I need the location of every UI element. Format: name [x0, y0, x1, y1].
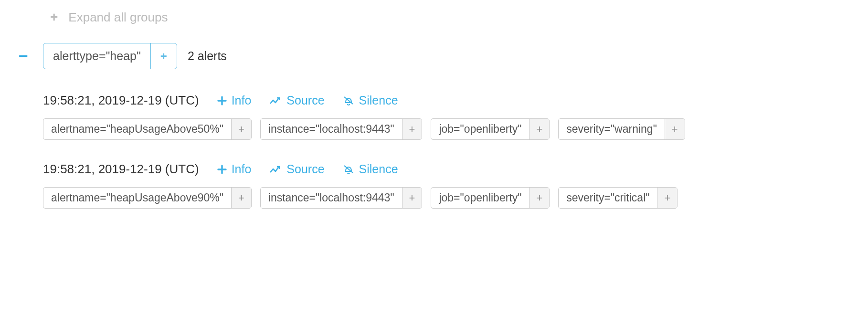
source-link[interactable]: Source: [269, 94, 324, 107]
label-text: job="openliberty": [431, 188, 529, 208]
label-text: instance="localhost:9443": [261, 188, 402, 208]
label-add-button[interactable]: +: [402, 119, 422, 139]
label-add-button[interactable]: +: [529, 119, 549, 139]
group-filter-chip: alerttype="heap" +: [43, 43, 177, 69]
labels-row: alertname="heapUsageAbove50%" + instance…: [43, 118, 854, 140]
alert-timestamp: 19:58:21, 2019-12-19 (UTC): [43, 93, 199, 108]
info-label: Info: [232, 162, 252, 176]
plus-icon: +: [50, 10, 58, 25]
group-header: − alerttype="heap" + 2 alerts: [14, 43, 854, 69]
bell-slash-icon: [343, 95, 354, 106]
silence-link[interactable]: Silence: [343, 94, 398, 107]
labels-row: alertname="heapUsageAbove90%" + instance…: [43, 187, 854, 209]
label-chip: severity="critical" +: [558, 187, 677, 209]
source-link[interactable]: Source: [269, 162, 324, 176]
group-filter-add-button[interactable]: +: [150, 43, 177, 69]
label-text: alertname="heapUsageAbove50%": [43, 119, 231, 139]
label-add-button[interactable]: +: [231, 119, 251, 139]
label-text: severity="critical": [559, 188, 657, 208]
source-label: Source: [286, 162, 324, 176]
label-chip: severity="warning" +: [558, 118, 685, 140]
alert-header: 19:58:21, 2019-12-19 (UTC) Info Source S…: [43, 93, 854, 108]
label-text: alertname="heapUsageAbove90%": [43, 188, 231, 208]
bell-slash-icon: [343, 164, 354, 175]
group-filter-text: alerttype="heap": [43, 43, 150, 69]
label-chip: alertname="heapUsageAbove50%" +: [43, 118, 252, 140]
label-add-button[interactable]: +: [657, 188, 677, 208]
alert-header: 19:58:21, 2019-12-19 (UTC) Info Source S…: [43, 162, 854, 177]
label-text: severity="warning": [559, 119, 665, 139]
minus-icon: −: [19, 47, 28, 65]
silence-label: Silence: [359, 162, 398, 176]
label-chip: alertname="heapUsageAbove90%" +: [43, 187, 252, 209]
label-chip: instance="localhost:9443" +: [260, 118, 423, 140]
source-label: Source: [286, 94, 324, 107]
label-chip: job="openliberty" +: [431, 118, 550, 140]
label-add-button[interactable]: +: [231, 188, 251, 208]
label-text: job="openliberty": [431, 119, 529, 139]
info-link[interactable]: Info: [217, 162, 252, 176]
chart-icon: [269, 165, 282, 174]
alert-count: 2 alerts: [188, 49, 227, 63]
silence-label: Silence: [359, 94, 398, 107]
expand-all-row[interactable]: + Expand all groups: [50, 10, 854, 25]
collapse-toggle[interactable]: −: [14, 47, 32, 65]
label-chip: instance="localhost:9443" +: [260, 187, 423, 209]
alert-item: 19:58:21, 2019-12-19 (UTC) Info Source S…: [43, 93, 854, 140]
plus-icon: [217, 96, 227, 105]
alert-item: 19:58:21, 2019-12-19 (UTC) Info Source S…: [43, 162, 854, 209]
plus-icon: [217, 165, 227, 174]
label-add-button[interactable]: +: [529, 188, 549, 208]
label-text: instance="localhost:9443": [261, 119, 402, 139]
silence-link[interactable]: Silence: [343, 162, 398, 176]
info-label: Info: [232, 94, 252, 107]
chart-icon: [269, 96, 282, 105]
label-add-button[interactable]: +: [402, 188, 422, 208]
label-chip: job="openliberty" +: [431, 187, 550, 209]
alert-timestamp: 19:58:21, 2019-12-19 (UTC): [43, 162, 199, 177]
expand-all-label: Expand all groups: [68, 10, 168, 25]
info-link[interactable]: Info: [217, 94, 252, 107]
label-add-button[interactable]: +: [665, 119, 685, 139]
